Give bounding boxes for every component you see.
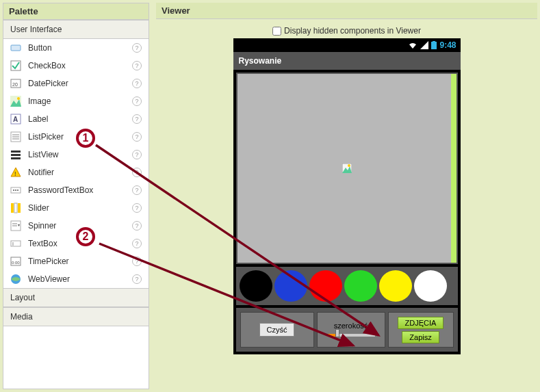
signal-icon: [420, 41, 428, 49]
palette-item-label: Label: [28, 114, 132, 124]
palette-item-timepicker[interactable]: 0:00TimePicker?: [3, 252, 149, 270]
save-button[interactable]: Zapisz: [402, 331, 439, 343]
help-icon[interactable]: ?: [132, 257, 142, 266]
palette-item-notifier[interactable]: !Notifier?: [3, 164, 149, 181]
clear-button[interactable]: Czyść: [259, 323, 295, 337]
palette-section-ui[interactable]: User Interface: [3, 20, 149, 39]
status-bar: 9:48: [233, 38, 461, 52]
help-icon[interactable]: ?: [132, 239, 142, 248]
width-slider[interactable]: [327, 332, 375, 339]
color-swatch[interactable]: [274, 270, 307, 302]
palette-item-listview[interactable]: ListView?: [3, 146, 149, 164]
help-icon[interactable]: ?: [132, 79, 142, 88]
palette-item-datepicker[interactable]: 20DatePicker?: [3, 75, 149, 92]
palette-section-media[interactable]: Media: [3, 307, 149, 326]
svg-rect-31: [431, 42, 437, 49]
photos-button[interactable]: ZDJĘCIA: [398, 317, 444, 329]
palette-item-webviewer[interactable]: WebViewer?: [3, 270, 149, 288]
svg-text:I: I: [12, 241, 14, 246]
help-icon[interactable]: ?: [132, 114, 142, 124]
svg-rect-20: [11, 203, 14, 213]
help-icon[interactable]: ?: [132, 96, 142, 106]
palette-title: Palette: [3, 3, 149, 20]
wifi-icon: [408, 41, 417, 49]
svg-point-18: [15, 190, 16, 191]
svg-point-5: [17, 97, 20, 100]
canvas-area[interactable]: [236, 73, 458, 264]
palette-item-label: Image: [28, 96, 132, 106]
palette-item-listpicker[interactable]: ListPicker?: [3, 128, 149, 146]
palette-item-label: Slider: [28, 203, 132, 213]
palette-item-checkbox[interactable]: CheckBox?: [3, 57, 149, 75]
spinner-icon: [10, 220, 21, 231]
palette-list-ui: Button?CheckBox?20DatePicker?Image?ALabe…: [3, 39, 149, 288]
slider-icon: [10, 202, 21, 213]
bottom-row: Czyść szerokość ZDJĘCIA Zapisz: [236, 308, 458, 352]
viewer-panel: Viewer Display hidden components in View…: [156, 3, 537, 389]
help-icon[interactable]: ?: [132, 150, 142, 159]
textbox-icon: I: [10, 238, 21, 249]
actions-cell: ZDJĘCIA Zapisz: [388, 312, 454, 348]
svg-rect-12: [11, 151, 21, 153]
help-icon[interactable]: ?: [132, 185, 142, 195]
svg-text:20: 20: [12, 82, 18, 87]
help-icon[interactable]: ?: [132, 274, 142, 284]
checkbox-icon: [10, 60, 21, 71]
color-swatch[interactable]: [379, 270, 412, 302]
hidden-components-row: Display hidden components in Viewer: [272, 26, 421, 36]
color-swatch[interactable]: [344, 270, 377, 302]
help-icon[interactable]: ?: [132, 43, 142, 53]
svg-rect-22: [18, 203, 21, 213]
listview-icon: [10, 149, 21, 160]
color-swatch[interactable]: [414, 270, 447, 302]
palette-item-textbox[interactable]: ITextBox?: [3, 235, 149, 252]
palette-item-label: DatePicker: [28, 79, 132, 88]
notifier-icon: !: [10, 167, 21, 178]
help-icon[interactable]: ?: [132, 221, 142, 231]
svg-point-34: [348, 164, 350, 167]
clear-cell: Czyść: [240, 312, 314, 348]
palette-item-image[interactable]: Image?: [3, 92, 149, 110]
palette-item-label: TextBox: [28, 239, 132, 248]
svg-text:!: !: [14, 170, 16, 177]
color-swatch[interactable]: [240, 270, 272, 302]
hidden-components-label: Display hidden components in Viewer: [284, 26, 421, 36]
palette-item-spinner[interactable]: Spinner?: [3, 217, 149, 235]
palette-item-slider[interactable]: Slider?: [3, 199, 149, 217]
help-icon[interactable]: ?: [132, 168, 142, 177]
help-icon[interactable]: ?: [132, 61, 142, 70]
viewer-title: Viewer: [156, 3, 537, 19]
color-row: [236, 267, 458, 305]
button-icon: [10, 42, 21, 53]
status-time: 9:48: [439, 40, 456, 50]
hidden-components-checkbox[interactable]: [272, 27, 281, 36]
svg-rect-21: [14, 203, 17, 213]
palette-item-label: WebViewer: [28, 274, 132, 284]
palette-item-label: Spinner: [28, 221, 132, 231]
svg-rect-14: [11, 157, 21, 159]
timepicker-icon: 0:00: [10, 256, 21, 267]
palette-item-label: Button: [28, 43, 132, 53]
color-swatch[interactable]: [309, 270, 342, 302]
svg-text:A: A: [13, 116, 18, 123]
help-icon[interactable]: ?: [132, 132, 142, 142]
svg-rect-0: [11, 45, 21, 51]
palette-item-label: ListPicker: [28, 132, 132, 142]
palette-item-passwordtextbox[interactable]: PasswordTextBox?: [3, 181, 149, 199]
image-icon: [10, 96, 21, 107]
palette-item-label: ListView: [28, 150, 132, 159]
help-icon[interactable]: ?: [132, 203, 142, 213]
palette-item-label: CheckBox: [28, 61, 132, 70]
palette-panel: Palette User Interface Button?CheckBox?2…: [3, 3, 149, 389]
palette-item-label[interactable]: ALabel?: [3, 110, 149, 128]
svg-point-19: [17, 190, 18, 191]
svg-point-17: [13, 190, 14, 191]
palette-section-layout[interactable]: Layout: [3, 288, 149, 307]
palette-item-label: TimePicker: [28, 257, 132, 266]
palette-item-button[interactable]: Button?: [3, 39, 149, 57]
scroll-strip: [451, 74, 457, 263]
label-icon: A: [10, 114, 21, 125]
image-placeholder-icon: [342, 164, 352, 173]
listpicker-icon: [10, 131, 21, 142]
svg-rect-13: [11, 154, 21, 156]
